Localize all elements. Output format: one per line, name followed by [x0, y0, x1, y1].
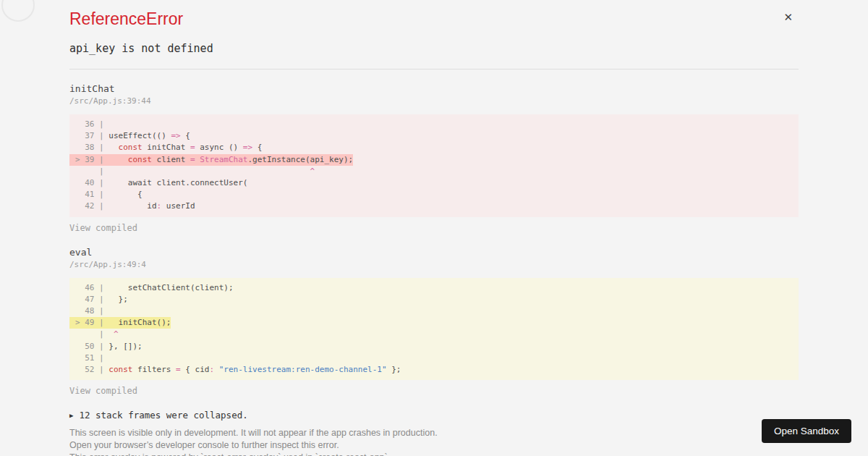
frame-function-name: initChat — [69, 83, 799, 94]
code-segment: "ren-livestream:ren-demo-channel-1" — [219, 365, 387, 374]
line-number: > 49 | — [75, 318, 109, 327]
line-number: 38 | — [75, 143, 109, 152]
frame-location: /src/App.js:39:44 — [69, 96, 799, 106]
collapsed-frames-label: 12 stack frames were collapsed. — [79, 410, 247, 421]
error-title: ReferenceError — [69, 9, 799, 29]
footer-note: This error overlay is powered by `react-… — [69, 452, 799, 456]
code-line: 37 | useEffect(() => { — [69, 130, 190, 142]
code-segment: => — [243, 143, 252, 152]
line-number: 48 | — [75, 306, 109, 316]
collapsed-frames-toggle[interactable]: ▶ 12 stack frames were collapsed. — [69, 410, 799, 421]
error-message: api_key is not defined — [69, 42, 799, 55]
footer-note: This screen is visible only in developme… — [69, 427, 799, 439]
line-number: 42 | — [75, 201, 109, 211]
line-number: 46 | — [75, 283, 109, 292]
view-compiled-link[interactable]: View compiled — [69, 223, 137, 233]
expand-arrow-icon: ▶ — [69, 412, 73, 419]
line-number: 50 | — [75, 342, 109, 351]
code-line: 38 | const initChat = async () => { — [69, 142, 262, 153]
code-segment: }; — [387, 365, 401, 374]
frame-function-name: eval — [69, 247, 799, 258]
error-overlay: ✕ ReferenceError api_key is not defined … — [0, 0, 868, 456]
footer-note: Open your browser’s developer console to… — [69, 439, 799, 452]
line-number: 40 | — [75, 178, 109, 187]
line-number: | — [75, 166, 109, 176]
code-segment: = — [176, 365, 181, 374]
line-number: > 39 | — [75, 155, 109, 164]
code-segment — [109, 155, 128, 164]
line-number: | — [75, 329, 109, 339]
code-segment: const — [109, 365, 132, 374]
code-line: 50 | }, []); — [69, 341, 142, 352]
code-segment: { — [109, 190, 142, 199]
code-line: | ^ — [69, 329, 119, 340]
code-segment: async () — [195, 143, 243, 152]
stack-frame: initChat/src/App.js:39:44 36 | 37 | useE… — [69, 83, 799, 233]
code-line: 46 | setChatClient(client); — [69, 282, 234, 294]
code-line: | ^ — [69, 166, 315, 177]
line-number: 41 | — [75, 190, 109, 199]
code-segment: filters — [132, 365, 176, 374]
code-line: 52 | const filters = { cid: "ren-livestr… — [69, 364, 401, 376]
view-compiled-link[interactable]: View compiled — [69, 386, 137, 396]
code-block: 46 | setChatClient(client); 47 | }; 48 |… — [69, 278, 799, 381]
code-segment: setChatClient(client); — [109, 283, 233, 292]
code-segment: { — [181, 131, 190, 140]
footer-notes: This screen is visible only in developme… — [69, 427, 799, 456]
line-number: 47 | — [75, 295, 109, 304]
code-segment: userId — [161, 201, 195, 211]
code-segment: useEffect(() — [109, 131, 171, 140]
line-number: 37 | — [75, 131, 109, 140]
code-segment: { cid — [181, 365, 210, 374]
code-segment: const — [119, 143, 142, 152]
code-line: 42 | id: userId — [69, 200, 195, 212]
code-segment: client — [152, 155, 190, 164]
code-segment: .getInstance(api_key); — [247, 155, 353, 164]
code-segment — [109, 143, 118, 152]
code-segment: }; — [109, 295, 128, 304]
code-line: 40 | await client.connectUser( — [69, 177, 247, 189]
background-spinner-arc — [1, 0, 35, 22]
code-line: > 49 | initChat(); — [69, 317, 171, 329]
code-segment: { — [252, 143, 262, 152]
code-segment: initChat — [142, 143, 190, 152]
code-segment — [109, 329, 114, 339]
code-line: 36 | — [69, 119, 109, 130]
code-segment: initChat(); — [109, 318, 171, 327]
code-segment: id — [109, 201, 156, 211]
code-segment: const — [128, 155, 152, 164]
line-number: 52 | — [75, 365, 109, 374]
code-line: 47 | }; — [69, 294, 128, 305]
code-segment: StreamChat — [200, 155, 247, 164]
line-number: 36 | — [75, 119, 109, 129]
code-segment: ^ — [114, 329, 119, 339]
code-segment: }, []); — [109, 342, 142, 351]
code-segment — [109, 166, 310, 176]
frame-location: /src/App.js:49:4 — [69, 260, 799, 269]
code-segment: => — [171, 131, 180, 140]
line-number: 51 | — [75, 353, 109, 363]
close-icon[interactable]: ✕ — [783, 12, 793, 22]
code-segment: await client.connectUser( — [109, 178, 247, 187]
code-segment: = — [190, 143, 195, 152]
code-line: 51 | — [69, 352, 109, 364]
code-segment: ^ — [310, 166, 315, 176]
code-line: 48 | — [69, 305, 109, 317]
divider — [69, 69, 799, 69]
code-block: 36 | 37 | useEffect(() => { 38 | const i… — [69, 114, 799, 217]
stack-frame: eval/src/App.js:49:4 46 | setChatClient(… — [69, 247, 799, 397]
code-segment — [214, 365, 219, 374]
code-segment: = — [190, 155, 195, 164]
code-line: > 39 | const client = StreamChat.getInst… — [69, 154, 353, 166]
open-sandbox-button[interactable]: Open Sandbox — [762, 419, 851, 443]
stack-frames: initChat/src/App.js:39:44 36 | 37 | useE… — [69, 83, 799, 396]
code-line: 41 | { — [69, 189, 142, 200]
